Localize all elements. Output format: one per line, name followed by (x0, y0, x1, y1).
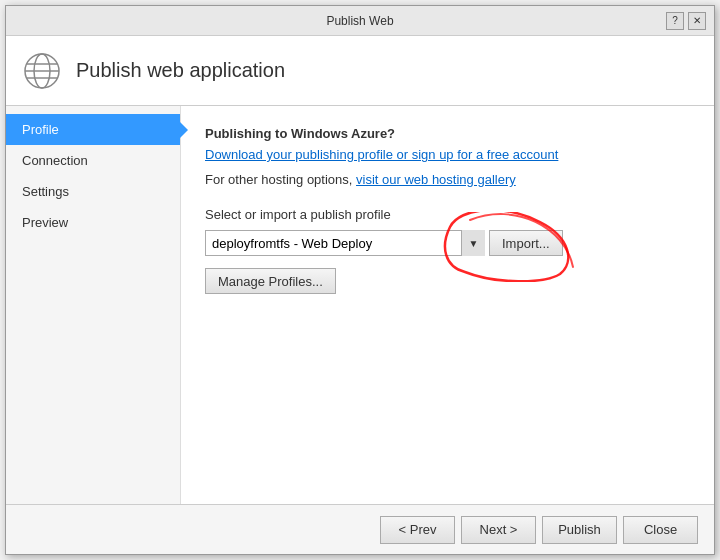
sidebar-item-profile[interactable]: Profile (6, 114, 180, 145)
page-title: Publish web application (76, 59, 285, 82)
main-panel: Publishing to Windows Azure? Download yo… (181, 106, 714, 504)
window-close-button[interactable]: ✕ (688, 12, 706, 30)
globe-icon (22, 51, 62, 91)
other-hosting-text: For other hosting options, visit our web… (205, 172, 690, 187)
dialog-footer: < Prev Next > Publish Close (6, 504, 714, 554)
next-button[interactable]: Next > (461, 516, 536, 544)
other-hosting-prefix: For other hosting options, (205, 172, 356, 187)
import-button[interactable]: Import... (489, 230, 563, 256)
manage-profiles-button[interactable]: Manage Profiles... (205, 268, 336, 294)
azure-link[interactable]: Download your publishing profile or sign… (205, 147, 558, 162)
sidebar-item-settings[interactable]: Settings (6, 176, 180, 207)
sidebar-item-preview[interactable]: Preview (6, 207, 180, 238)
azure-question: Publishing to Windows Azure? (205, 126, 690, 141)
publish-web-dialog: Publish Web ? ✕ Publish web application … (5, 5, 715, 555)
publish-button[interactable]: Publish (542, 516, 617, 544)
sidebar: Profile Connection Settings Preview (6, 106, 181, 504)
profile-import-area: deployfromtfs - Web Deploy ▼ Import... (205, 230, 563, 256)
help-button[interactable]: ? (666, 12, 684, 30)
sidebar-item-connection[interactable]: Connection (6, 145, 180, 176)
manage-profiles-container: Manage Profiles... (205, 256, 690, 294)
web-hosting-link[interactable]: visit our web hosting gallery (356, 172, 516, 187)
dialog-title: Publish Web (54, 14, 666, 28)
prev-button[interactable]: < Prev (380, 516, 455, 544)
profile-select[interactable]: deployfromtfs - Web Deploy (205, 230, 485, 256)
title-bar: Publish Web ? ✕ (6, 6, 714, 36)
close-button[interactable]: Close (623, 516, 698, 544)
content-area: Profile Connection Settings Preview Publ… (6, 106, 714, 504)
select-label: Select or import a publish profile (205, 207, 690, 222)
header-area: Publish web application (6, 36, 714, 106)
title-bar-controls: ? ✕ (666, 12, 706, 30)
profile-select-wrapper: deployfromtfs - Web Deploy ▼ (205, 230, 485, 256)
